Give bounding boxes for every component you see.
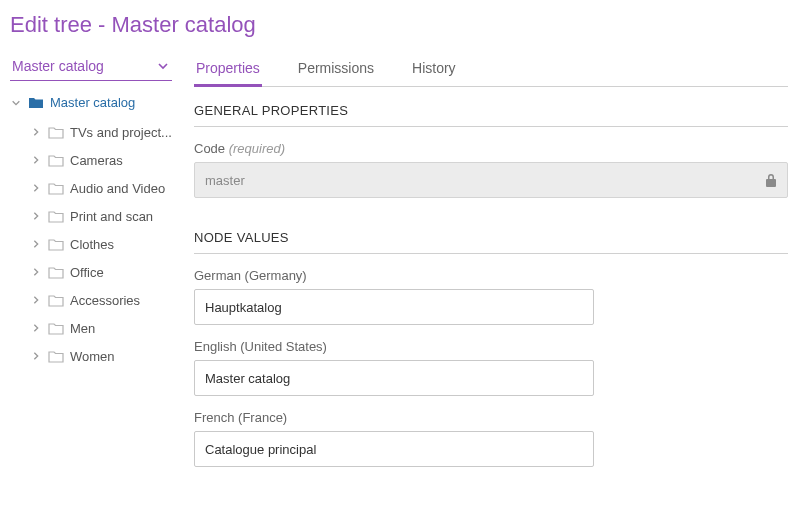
lock-icon [765,173,777,187]
tree-item[interactable]: Office [30,258,172,286]
chevron-right-icon [30,238,42,250]
locale-input-wrap[interactable] [194,289,594,325]
chevron-right-icon [30,154,42,166]
tree-selector[interactable]: Master catalog [10,54,172,81]
chevron-right-icon [30,266,42,278]
tree-selector-label: Master catalog [12,58,104,74]
field-locale-english: English (United States) [194,339,788,396]
tree-item[interactable]: Print and scan [30,202,172,230]
folder-icon [48,266,64,279]
folder-icon [48,182,64,195]
tree-item-label: Print and scan [70,209,153,224]
folder-icon [48,294,64,307]
folder-icon [48,154,64,167]
chevron-right-icon [30,294,42,306]
locale-input-english[interactable] [195,361,593,395]
tree-item[interactable]: Accessories [30,286,172,314]
section-heading-general: GENERAL PROPERTIES [194,87,788,127]
folder-icon [48,210,64,223]
main-panel: Properties Permissions History GENERAL P… [194,54,788,481]
tree-item[interactable]: Women [30,342,172,370]
field-required-hint: (required) [229,141,285,156]
field-locale-german: German (Germany) [194,268,788,325]
tree-item-label: Audio and Video [70,181,165,196]
chevron-down-icon [156,59,170,73]
tree-item[interactable]: Men [30,314,172,342]
tree-item-label: Women [70,349,115,364]
folder-icon [48,322,64,335]
code-input [195,163,787,197]
locale-input-french[interactable] [195,432,593,466]
field-label-german: German (Germany) [194,268,788,283]
tree-item[interactable]: Clothes [30,230,172,258]
locale-input-wrap[interactable] [194,360,594,396]
chevron-right-icon [30,322,42,334]
folder-icon [48,350,64,363]
tab-properties[interactable]: Properties [194,54,262,86]
tree-item-label: Cameras [70,153,123,168]
tree-item-label: TVs and project... [70,125,172,140]
field-label-code-text: Code [194,141,225,156]
tab-history[interactable]: History [410,54,458,86]
locale-input-german[interactable] [195,290,593,324]
tree-item-label: Men [70,321,95,336]
sidebar: Master catalog Master catalog TVs and pr… [10,54,172,481]
tree-item[interactable]: Cameras [30,146,172,174]
code-input-wrap [194,162,788,198]
tree-item-label: Clothes [70,237,114,252]
tree-root-label: Master catalog [50,95,135,110]
chevron-right-icon [30,182,42,194]
field-code: Code (required) [194,141,788,198]
folder-icon [48,126,64,139]
chevron-right-icon [30,126,42,138]
tree-children: TVs and project... Cameras Audio and Vid… [10,118,172,370]
tree-item[interactable]: TVs and project... [30,118,172,146]
tabs: Properties Permissions History [194,54,788,87]
page-title: Edit tree - Master catalog [0,0,798,54]
chevron-right-icon [30,210,42,222]
section-heading-node-values: NODE VALUES [194,214,788,254]
field-label-code: Code (required) [194,141,788,156]
field-locale-french: French (France) [194,410,788,467]
field-label-english: English (United States) [194,339,788,354]
tab-permissions[interactable]: Permissions [296,54,376,86]
folder-icon [28,96,44,109]
locale-input-wrap[interactable] [194,431,594,467]
chevron-down-icon [10,97,22,109]
folder-icon [48,238,64,251]
tree-item[interactable]: Audio and Video [30,174,172,202]
tree-item-label: Office [70,265,104,280]
tree-item-label: Accessories [70,293,140,308]
chevron-right-icon [30,350,42,362]
tree-root[interactable]: Master catalog [10,95,172,110]
field-label-french: French (France) [194,410,788,425]
